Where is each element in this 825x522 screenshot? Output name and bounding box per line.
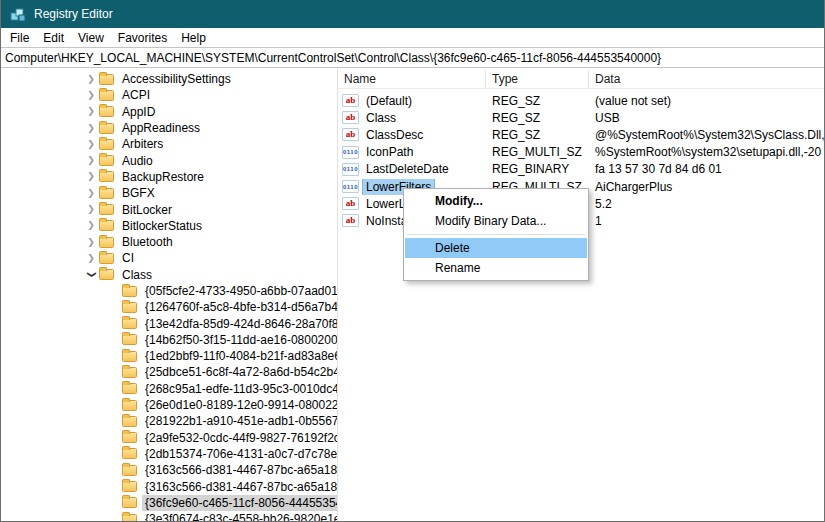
tree-item-label: Class [119,267,155,283]
folder-icon [122,514,137,521]
folder-icon [122,286,137,297]
folder-icon [99,204,114,215]
tree-item[interactable]: {2db15374-706e-4131-a0c7-d7c78eb028 [1,446,337,462]
tree-item-label: {268c95a1-edfe-11d3-95c3-0010dc4050 [142,381,338,397]
tree-item-label: {3163c566-d381-4467-87bc-a65a18d5b6 [142,462,338,478]
folder-icon [122,367,137,378]
chevron-right-icon[interactable]: ❯ [83,140,99,149]
chevron-right-icon[interactable]: ❯ [83,189,99,198]
tree-item-label: AccessibilitySettings [119,71,234,87]
registry-value-row[interactable]: IconPathREG_MULTI_SZ%SystemRoot%\system3… [338,144,824,161]
chevron-right-icon[interactable]: ❯ [83,205,99,214]
context-menu-item-modify[interactable]: Modify... [405,191,587,211]
value-list: (Default)REG_SZ(value not set)ClassREG_S… [338,89,824,521]
tree-item[interactable]: ❯AppReadiness [1,120,337,136]
tree-item[interactable]: ❯Arbiters [1,136,337,152]
chevron-right-icon[interactable]: ❯ [83,156,99,165]
tree-item[interactable]: {05f5cfe2-4733-4950-a6bb-07aad01a3a3 [1,283,337,299]
tree-item[interactable]: {268c95a1-edfe-11d3-95c3-0010dc4050 [1,381,337,397]
tree-item[interactable]: {3163c566-d381-4467-87bc-a65a18d5b6 [1,478,337,494]
folder-icon [99,188,114,199]
string-value-icon [342,94,359,107]
chevron-right-icon[interactable]: ❯ [83,91,99,100]
tree-item[interactable]: {2a9fe532-0cdc-44f9-9827-76192f2ca2fb [1,430,337,446]
chevron-right-icon[interactable]: ❯ [83,221,99,230]
chevron-right-icon[interactable]: ❯ [83,75,99,84]
chevron-right-icon[interactable]: ❯ [83,254,99,263]
tree-item-label: {36fc9e60-c465-11cf-8056-444553540000} [142,495,338,511]
tree-item[interactable]: ❯Audio [1,152,337,168]
folder-icon [99,155,114,166]
folder-icon [99,220,114,231]
tree-item-label: {13e42dfa-85d9-424d-8646-28a70f864f9 [142,316,338,332]
tree-item[interactable]: {3e3f0674-c83c-4558-bb26-9820e1eba5c [1,511,337,521]
tree-item[interactable]: {25dbce51-6c8f-4a72-8a6d-b54c2b4fc8 [1,364,337,380]
registry-value-row[interactable]: LastDeleteDateREG_BINARYfa 13 57 30 7d 8… [338,161,824,178]
folder-icon [122,351,137,362]
column-header-type[interactable]: Type [486,70,589,88]
tree: ❯AccessibilitySettings❯ACPI❯AppID❯AppRea… [1,68,338,521]
registry-value-row[interactable]: ClassDescREG_SZ@%SystemRoot%\System32\Sy… [338,126,824,143]
folder-icon [99,253,114,264]
folder-icon [99,139,114,150]
tree-item[interactable]: {3163c566-d381-4467-87bc-a65a18d5b6 [1,462,337,478]
value-data-cell: 1 [589,214,824,228]
list-header: NameTypeData [338,70,824,89]
tree-item[interactable]: ❯BGFX [1,185,337,201]
chevron-down-icon[interactable]: ❯ [87,267,96,283]
tree-item-label: BGFX [119,185,158,201]
chevron-right-icon[interactable]: ❯ [83,172,99,181]
tree-item[interactable]: {1264760f-a5c8-4bfe-b314-d56a7b44a3 [1,299,337,315]
tree-item[interactable]: {1ed2bbf9-11f0-4084-b21f-ad83a8e6dcc [1,348,337,364]
tree-item[interactable]: ❯ACPI [1,87,337,103]
tree-item[interactable]: ❯AccessibilitySettings [1,71,337,87]
tree-item[interactable]: {26e0d1e0-8189-12e0-9914-0800223019 [1,397,337,413]
context-menu: Modify...Modify Binary Data...DeleteRena… [403,188,589,281]
binary-value-icon [342,180,359,193]
tree-item-label: {281922b1-a910-451e-adb1-0b5567f1ed [142,413,338,429]
tree-item-label: ACPI [119,87,153,103]
tree-item-label: BitlockerStatus [119,218,205,234]
value-name-cell: Class [338,110,486,126]
tree-item[interactable]: ❯AppID [1,104,337,120]
tree-item-label: {25dbce51-6c8f-4a72-8a6d-b54c2b4fc8 [142,364,338,380]
registry-value-row[interactable]: (Default)REG_SZ(value not set) [338,92,824,109]
registry-value-row[interactable]: ClassREG_SZUSB [338,109,824,126]
tree-item-label: {1264760f-a5c8-4bfe-b314-d56a7b44a3 [142,299,338,315]
column-header-data[interactable]: Data [589,70,824,88]
tree-item[interactable]: {13e42dfa-85d9-424d-8646-28a70f864f9 [1,315,337,331]
menu-item-edit[interactable]: Edit [36,28,71,47]
folder-icon [122,465,137,476]
chevron-right-icon[interactable]: ❯ [83,124,99,133]
value-data-cell: 5.2 [589,197,824,211]
chevron-right-icon[interactable]: ❯ [83,238,99,247]
tree-item[interactable]: ❯BackupRestore [1,169,337,185]
tree-item[interactable]: {36fc9e60-c465-11cf-8056-444553540000} [1,495,337,511]
tree-item[interactable]: ❯BitlockerStatus [1,218,337,234]
tree-item[interactable]: ❯BitLocker [1,201,337,217]
value-name-cell: IconPath [338,144,486,160]
folder-icon [99,74,114,85]
tree-item[interactable]: ❯CI [1,250,337,266]
context-menu-item-modify-binary-data[interactable]: Modify Binary Data... [405,211,587,231]
address-bar-container [1,47,824,68]
context-menu-item-delete[interactable]: Delete [405,238,587,258]
context-menu-item-rename[interactable]: Rename [405,258,587,278]
window-title: Registry Editor [34,7,113,21]
menu-item-view[interactable]: View [71,28,111,47]
chevron-right-icon[interactable]: ❯ [83,107,99,116]
tree-item[interactable]: ❯Class [1,267,337,283]
menu-item-file[interactable]: File [3,28,36,47]
menu-item-help[interactable]: Help [174,28,213,47]
address-bar[interactable] [1,47,824,68]
tree-item-label: AppReadiness [119,120,203,136]
column-header-name[interactable]: Name [338,70,486,88]
tree-item[interactable]: {14b62f50-3f15-11dd-ae16-0800200c9a6 [1,332,337,348]
value-data-cell: AiChargerPlus [589,180,824,194]
folder-icon [122,400,137,411]
folder-icon [122,302,137,313]
folder-icon [122,383,137,394]
tree-item[interactable]: {281922b1-a910-451e-adb1-0b5567f1ed [1,413,337,429]
tree-item[interactable]: ❯Bluetooth [1,234,337,250]
menu-item-favorites[interactable]: Favorites [111,28,174,47]
